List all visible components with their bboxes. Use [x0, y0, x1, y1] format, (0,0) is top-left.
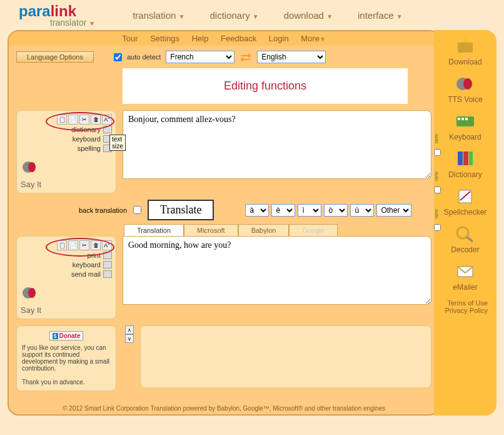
right-emailer[interactable]: eMailer	[436, 262, 494, 292]
logo-link: link	[51, 3, 76, 19]
auto-label: auto	[434, 134, 440, 144]
to-language-select[interactable]: English	[257, 51, 326, 63]
accent-other-select[interactable]: Other	[376, 204, 411, 217]
editing-banner: Editing functions	[123, 68, 408, 104]
menu-help[interactable]: Help	[192, 34, 209, 43]
chevron-down-icon: ▼	[396, 13, 403, 20]
auto-spellcheck-checkbox[interactable]	[434, 224, 441, 231]
sayit-label[interactable]: Say It	[21, 180, 41, 189]
sendmail-link[interactable]: send mail	[71, 270, 101, 278]
speaker-icon[interactable]	[21, 284, 38, 302]
tab-google[interactable]: Google	[289, 224, 337, 236]
copy-icon[interactable]: 📋	[57, 240, 67, 250]
menu-more[interactable]: More▼	[301, 34, 326, 43]
copy-icon[interactable]: 📋	[57, 115, 67, 125]
svg-rect-13	[463, 151, 468, 165]
book-icon[interactable]	[103, 126, 112, 133]
main-panel: Tour Settings Help Feedback Login More▼ …	[8, 30, 440, 416]
svg-rect-9	[458, 118, 460, 120]
menu-tour[interactable]: Tour	[122, 34, 138, 43]
donate-button[interactable]: $Donate	[49, 331, 84, 340]
scroll-down-button[interactable]: ∨	[125, 334, 134, 343]
terms-link[interactable]: Terms of Use	[436, 299, 488, 307]
header: paralink translator ▼ translation ▼ dict…	[0, 0, 504, 30]
scroll-arrows: ∧ ∨	[125, 325, 134, 343]
tab-babylon[interactable]: Babylon	[238, 224, 290, 236]
keyboard-link[interactable]: keyboard	[73, 261, 101, 269]
nav-menu: translation ▼ dictionary ▼ download ▼ in…	[133, 10, 403, 21]
svg-rect-14	[469, 151, 473, 165]
from-language-select[interactable]: French	[166, 51, 234, 63]
language-options-button[interactable]: Language Options	[16, 51, 94, 63]
textsize-icon[interactable]: A°	[102, 115, 112, 125]
accent-e-select[interactable]: è	[271, 204, 295, 217]
translate-button[interactable]: Translate	[148, 200, 214, 220]
menu-settings[interactable]: Settings	[150, 34, 179, 43]
donate-thanks: Thank you in advance.	[22, 379, 111, 386]
svg-point-7	[463, 78, 472, 90]
auto-detect-checkbox[interactable]	[114, 53, 122, 61]
target-textarea[interactable]: Good morning, how are you?	[123, 236, 431, 305]
chevron-down-icon: ▼	[253, 13, 259, 20]
svg-point-3	[28, 288, 36, 298]
right-spellchecker[interactable]: Spellchecker auto	[436, 187, 494, 217]
svg-marker-5	[461, 38, 469, 43]
right-dictionary[interactable]: Dictionary auto	[436, 149, 494, 179]
chevron-down-icon: ▼	[89, 20, 95, 27]
right-tts[interactable]: TTS Voice	[436, 74, 494, 104]
accent-a-select[interactable]: à	[245, 204, 269, 217]
tab-microsoft[interactable]: Microsoft	[184, 224, 238, 236]
paste-icon[interactable]: 📄	[68, 115, 78, 125]
donate-box: $Donate If you like our service, you can…	[16, 325, 116, 391]
printer-icon[interactable]	[103, 252, 112, 259]
sayit-label[interactable]: Say It	[21, 305, 41, 315]
accent-u-select[interactable]: ù	[350, 204, 374, 217]
svg-line-18	[467, 237, 473, 242]
tab-translation[interactable]: Translation	[124, 224, 184, 236]
cut-icon[interactable]: ✂	[79, 240, 89, 250]
right-keyboard[interactable]: Keyboard auto	[436, 111, 494, 141]
target-toolbar: 📋 📄 ✂ 🗑 A°	[21, 240, 112, 250]
cut-icon[interactable]: ✂	[79, 115, 89, 125]
svg-rect-10	[461, 118, 464, 120]
logo[interactable]: paralink translator ▼	[19, 3, 95, 28]
nav-translation[interactable]: translation ▼	[133, 10, 184, 21]
back-translation-checkbox[interactable]	[133, 206, 141, 214]
chevron-down-icon: ▼	[320, 36, 326, 43]
paste-icon[interactable]: 📄	[68, 240, 78, 250]
scroll-up-button[interactable]: ∧	[125, 325, 134, 334]
keyboard-link[interactable]: keyboard	[73, 135, 101, 143]
result-tabs: Translation Microsoft Babylon Google	[124, 224, 431, 236]
mail-icon[interactable]	[103, 270, 112, 278]
footer-copyright: © 2012 Smart Link Corporation Translatio…	[9, 402, 439, 414]
dictionary-link[interactable]: dictionary	[71, 126, 101, 133]
nav-interface[interactable]: interface ▼	[358, 10, 403, 21]
nav-download[interactable]: download ▼	[284, 10, 333, 21]
privacy-link[interactable]: Privacy Policy	[436, 307, 488, 314]
textsize-icon[interactable]: A°	[102, 240, 112, 250]
back-translation-label: back translation	[79, 207, 127, 214]
delete-icon[interactable]: 🗑	[91, 240, 101, 250]
footer-links: Terms of Use Privacy Policy	[436, 299, 494, 314]
spelling-link[interactable]: spelling	[78, 145, 101, 152]
accent-i-select[interactable]: ì	[298, 204, 321, 217]
accent-o-select[interactable]: ò	[324, 204, 348, 217]
svg-point-17	[457, 227, 468, 238]
source-textarea[interactable]: Bonjour, comment allez-vous?	[123, 110, 431, 179]
nav-dictionary[interactable]: dictionary ▼	[209, 10, 258, 21]
right-decoder[interactable]: Decoder	[436, 224, 494, 254]
menu-login[interactable]: Login	[269, 34, 289, 43]
auto-label: auto	[434, 171, 440, 182]
chevron-down-icon: ▼	[179, 13, 185, 20]
menu-feedback[interactable]: Feedback	[221, 34, 256, 43]
print-link[interactable]: print	[88, 252, 101, 259]
auto-label: auto	[434, 209, 440, 219]
svg-rect-12	[458, 151, 463, 165]
delete-icon[interactable]: 🗑	[91, 115, 101, 125]
swap-languages-icon[interactable]	[239, 52, 252, 62]
logo-subtitle: translator ▼	[50, 18, 95, 28]
right-download[interactable]: Download	[436, 36, 494, 66]
keyboard-icon[interactable]	[103, 261, 112, 269]
donate-body: If you like our service, you can support…	[22, 344, 111, 372]
speaker-icon[interactable]	[21, 158, 38, 176]
